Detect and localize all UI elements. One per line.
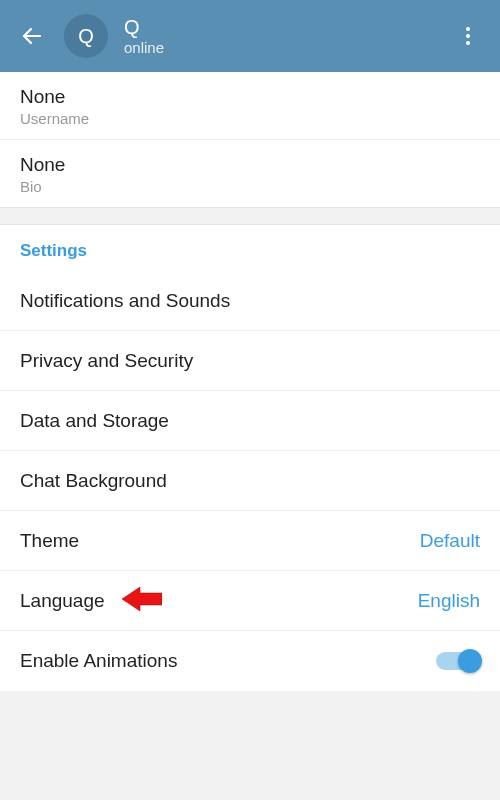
setting-label: Chat Background — [20, 470, 167, 492]
section-divider — [0, 207, 500, 225]
setting-label: Notifications and Sounds — [20, 290, 230, 312]
username-value: None — [20, 86, 480, 108]
setting-enable-animations[interactable]: Enable Animations — [0, 631, 500, 691]
more-vertical-icon — [456, 24, 480, 48]
setting-label: Data and Storage — [20, 410, 169, 432]
setting-value: English — [418, 590, 480, 612]
setting-label: Privacy and Security — [20, 350, 193, 372]
username-row[interactable]: None Username — [0, 72, 500, 140]
bio-row[interactable]: None Bio — [0, 140, 500, 207]
settings-section: Settings Notifications and Sounds Privac… — [0, 225, 500, 691]
annotation-arrow-icon — [122, 585, 162, 617]
toggle-knob — [458, 649, 482, 673]
header-bar: Q Q online — [0, 0, 500, 72]
svg-marker-4 — [122, 587, 162, 611]
setting-data-storage[interactable]: Data and Storage — [0, 391, 500, 451]
svg-point-2 — [466, 34, 470, 38]
setting-notifications[interactable]: Notifications and Sounds — [0, 271, 500, 331]
more-menu-button[interactable] — [444, 12, 492, 60]
avatar-letter: Q — [78, 25, 94, 48]
settings-header: Settings — [0, 225, 500, 271]
page-title: Q — [124, 15, 444, 39]
setting-label: Language — [20, 590, 105, 612]
svg-point-1 — [466, 27, 470, 31]
bio-label: Bio — [20, 178, 480, 195]
username-label: Username — [20, 110, 480, 127]
setting-value: Default — [420, 530, 480, 552]
arrow-left-icon — [20, 24, 44, 48]
animations-toggle[interactable] — [436, 652, 480, 670]
profile-section: None Username None Bio — [0, 72, 500, 207]
setting-language[interactable]: Language English — [0, 571, 500, 631]
status-text: online — [124, 39, 444, 57]
setting-privacy[interactable]: Privacy and Security — [0, 331, 500, 391]
setting-chat-background[interactable]: Chat Background — [0, 451, 500, 511]
setting-label: Enable Animations — [20, 650, 177, 672]
avatar[interactable]: Q — [64, 14, 108, 58]
back-button[interactable] — [8, 12, 56, 60]
svg-point-3 — [466, 41, 470, 45]
header-info: Q online — [124, 15, 444, 57]
bio-value: None — [20, 154, 480, 176]
setting-theme[interactable]: Theme Default — [0, 511, 500, 571]
setting-label: Theme — [20, 530, 79, 552]
